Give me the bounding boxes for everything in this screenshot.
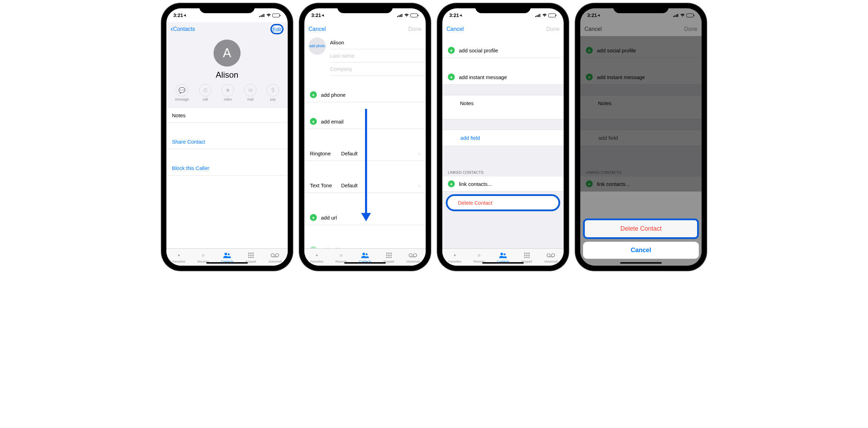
svg-point-50 — [526, 252, 528, 254]
location-icon: ➤ — [183, 13, 187, 17]
pay-button[interactable]: $pay — [267, 84, 279, 101]
notes-row[interactable]: Notes — [166, 108, 288, 123]
svg-rect-41 — [535, 16, 536, 17]
tab-recents[interactable]: ◷Recents — [474, 251, 485, 263]
svg-rect-25 — [411, 14, 418, 17]
svg-point-7 — [225, 253, 227, 255]
add-field-row[interactable]: add field — [442, 130, 564, 146]
company-field[interactable]: Company — [330, 62, 426, 76]
home-indicator[interactable] — [482, 262, 524, 264]
svg-rect-1 — [261, 15, 262, 17]
tab-recents[interactable]: ◷Recents — [336, 251, 347, 263]
tab-keypad[interactable]: Keypad — [245, 251, 256, 263]
message-button[interactable]: 💬message — [175, 84, 189, 101]
home-indicator[interactable] — [620, 262, 662, 264]
add-photo-button[interactable]: add photo — [309, 37, 326, 55]
svg-point-14 — [252, 255, 254, 256]
svg-rect-24 — [401, 14, 402, 17]
home-indicator[interactable] — [206, 262, 248, 264]
add-address-row[interactable]: +add address — [304, 242, 426, 248]
svg-point-51 — [528, 252, 530, 254]
avatar: A — [214, 40, 241, 67]
action-sheet-cancel[interactable]: Cancel — [583, 242, 699, 259]
svg-point-12 — [248, 255, 250, 256]
notch — [475, 3, 531, 13]
keypad-icon — [247, 251, 255, 259]
tab-contacts[interactable]: Contacts — [359, 251, 372, 263]
svg-point-32 — [386, 255, 388, 256]
svg-point-53 — [526, 255, 528, 256]
svg-rect-42 — [537, 15, 538, 17]
svg-rect-0 — [259, 16, 260, 17]
time: 3:21 — [173, 12, 183, 18]
plus-icon: + — [310, 214, 317, 221]
back-button[interactable]: ‹Contacts — [171, 25, 195, 34]
svg-point-59 — [552, 254, 555, 257]
edit-button[interactable]: Edit — [270, 24, 284, 34]
video-button[interactable]: ■video — [222, 84, 234, 101]
plus-icon: + — [448, 180, 455, 187]
last-name-field[interactable]: Last name — [330, 49, 426, 62]
notch — [199, 3, 255, 13]
cancel-button[interactable]: Cancel — [309, 26, 326, 32]
svg-rect-45 — [549, 14, 556, 17]
svg-point-15 — [248, 257, 250, 258]
block-caller[interactable]: Block this Caller — [166, 161, 288, 176]
star-icon: ★ — [175, 251, 183, 259]
notch — [337, 3, 393, 13]
svg-point-55 — [524, 257, 526, 258]
svg-rect-5 — [280, 15, 281, 16]
plus-icon: + — [310, 118, 317, 125]
add-phone-row[interactable]: +add phone — [304, 87, 426, 102]
svg-point-37 — [390, 257, 392, 258]
cancel-button[interactable]: Cancel — [446, 26, 464, 32]
tab-keypad[interactable]: Keypad — [521, 251, 532, 263]
notes-row[interactable]: Notes — [442, 95, 564, 119]
svg-point-36 — [388, 257, 390, 258]
phone-3: 3:21➤ Cancel Done +add social profile +a… — [437, 3, 568, 271]
svg-point-28 — [366, 253, 368, 255]
share-contact[interactable]: Share Contact — [166, 135, 288, 149]
chevron-right-icon: › — [418, 151, 420, 156]
done-button[interactable]: Done — [546, 26, 559, 32]
delete-contact-row[interactable]: Delete Contact — [446, 194, 560, 211]
tab-keypad[interactable]: Keypad — [383, 251, 394, 263]
home-indicator[interactable] — [344, 262, 386, 264]
tab-favorites[interactable]: ★Favorites — [449, 251, 461, 263]
svg-rect-46 — [556, 15, 557, 16]
linked-contacts-header: LINKED CONTACTS — [442, 164, 564, 177]
svg-rect-22 — [399, 15, 400, 17]
svg-point-49 — [524, 252, 526, 254]
first-name-field[interactable]: Alison — [330, 36, 426, 49]
tab-contacts[interactable]: Contacts — [497, 251, 510, 263]
action-sheet: Delete Contact Cancel — [583, 219, 699, 259]
add-social-row[interactable]: +add social profile — [442, 43, 564, 58]
voicemail-icon — [271, 251, 279, 259]
svg-point-10 — [250, 252, 252, 254]
link-contacts-row[interactable]: +link contacts... — [442, 177, 564, 191]
add-im-row[interactable]: +add instant message — [442, 70, 564, 85]
svg-point-39 — [414, 254, 417, 257]
video-icon: ■ — [222, 84, 234, 96]
contacts-icon — [223, 251, 231, 259]
tab-voicemail[interactable]: Voicemail — [544, 251, 558, 263]
phone-2: 3:21➤ Cancel Done add photo Alison Last … — [300, 3, 431, 271]
call-icon: ✆ — [199, 84, 211, 96]
svg-point-47 — [501, 253, 503, 255]
tab-contacts[interactable]: Contacts — [221, 251, 234, 263]
tab-voicemail[interactable]: Voicemail — [268, 251, 282, 263]
svg-point-17 — [252, 257, 254, 258]
svg-rect-23 — [400, 15, 401, 17]
delete-contact-confirm[interactable]: Delete Contact — [583, 219, 699, 239]
done-button[interactable]: Done — [408, 26, 422, 32]
svg-point-30 — [388, 252, 390, 254]
tab-recents[interactable]: ◷Recents — [198, 251, 209, 263]
call-button[interactable]: ✆call — [199, 84, 211, 101]
plus-icon: + — [448, 74, 455, 80]
tab-favorites[interactable]: ★Favorites — [311, 251, 323, 263]
svg-point-11 — [252, 252, 254, 254]
svg-point-56 — [526, 257, 528, 258]
mail-button[interactable]: ✉mail — [244, 84, 257, 101]
tab-voicemail[interactable]: Voicemail — [406, 251, 420, 263]
tab-favorites[interactable]: ★Favorites — [173, 251, 185, 263]
